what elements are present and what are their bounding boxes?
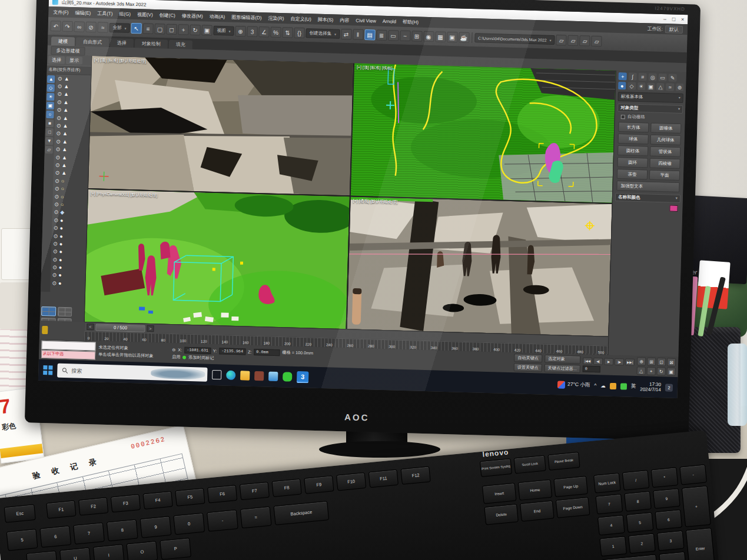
snap-3d-icon[interactable]: 3 (247, 26, 257, 36)
schematic-view-icon[interactable]: ⊞ (411, 31, 422, 41)
unlink-selection-icon[interactable]: ⊘ (85, 22, 96, 32)
taskbar-clock[interactable]: 17:30 2024/7/14 (640, 381, 661, 392)
object-type-rollout[interactable]: 对象类型▾ (617, 104, 683, 114)
menu-item[interactable]: 修改器(M) (182, 12, 203, 19)
ime-indicator[interactable]: 英 (631, 383, 636, 390)
create-tab-icon[interactable]: + (619, 72, 627, 80)
menu-item[interactable]: 文件(F) (53, 9, 69, 16)
eye-icon[interactable]: ⊙ (55, 186, 59, 192)
eye-icon[interactable]: ⊙ (57, 91, 62, 97)
rect-region-icon[interactable]: ▢ (154, 24, 165, 34)
viewport-top-left[interactable]: [+] [顶] [标准] [默认明暗处理] (88, 56, 353, 195)
cameras-category-icon[interactable]: ▣ (647, 82, 655, 90)
hierarchy-tab-icon[interactable]: ≡ (638, 73, 646, 81)
redo-icon[interactable]: ↷ (62, 21, 72, 32)
material-editor-icon[interactable]: ◉ (423, 31, 434, 42)
autogrid-checkbox[interactable]: 自动栅格 (621, 114, 679, 121)
select-filter-icon[interactable]: ■ (46, 119, 54, 127)
adaptive-degradation-label[interactable]: 启用 (172, 354, 181, 360)
scale-icon[interactable]: ▣ (201, 25, 212, 35)
eye-icon[interactable]: ⊙ (57, 107, 62, 113)
eye-icon[interactable]: ⊙ (55, 162, 60, 168)
helpers-category-icon[interactable]: △ (656, 83, 665, 91)
space-warps-category-icon[interactable]: ≈ (666, 83, 674, 91)
set-key-button[interactable]: 设置关键点 (514, 363, 542, 372)
key-filters-button[interactable]: 关键点过滤器... (544, 364, 580, 374)
search-box[interactable]: 搜索 (57, 364, 208, 382)
menu-item[interactable]: 创建(C) (159, 12, 175, 19)
ribbon-toggle-icon[interactable]: ▭ (388, 30, 399, 41)
primitive-button[interactable]: 长方体 (618, 122, 649, 132)
viewport-bottom-left[interactable]: [+] [PhysCamera001] [默认明暗处理] (85, 189, 350, 329)
ribbon-tab[interactable]: 自由形式 (76, 37, 109, 47)
menu-item[interactable]: 工具(T) (97, 10, 113, 17)
explorer-tab[interactable]: 选择 (48, 56, 65, 64)
shapes-category-icon[interactable]: ◇ (628, 82, 636, 89)
viewport-layout-preset[interactable] (41, 306, 56, 316)
bind-to-space-warp-icon[interactable]: ≈ (97, 22, 108, 32)
eye-icon[interactable]: ⊙ (55, 170, 60, 176)
curve-editor-icon[interactable]: ~ (400, 31, 410, 41)
lights-category-icon[interactable]: ☀ (638, 82, 646, 90)
rotate-icon[interactable]: ↻ (190, 25, 200, 35)
folder-icon[interactable]: ▱ (45, 146, 53, 154)
display-lights-filter-icon[interactable]: ☀ (47, 93, 54, 101)
workspace-selector[interactable]: 工作区: 默认 (648, 25, 683, 34)
display-cameras-filter-icon[interactable]: ▣ (47, 102, 54, 109)
viewport-top-left-scene[interactable] (88, 56, 353, 195)
eye-icon[interactable]: ⊙ (52, 280, 57, 286)
explorer-list[interactable]: ⊙ ▲ ⊙ ▲ ⊙ ▲ ⊙ ▲ ⊙ ▲ (50, 74, 91, 293)
go-to-start-button[interactable]: |◀◀ (583, 357, 592, 364)
workspace-value[interactable]: 默认 (665, 25, 683, 34)
find-icon[interactable]: □ (45, 128, 53, 136)
named-selection-sets-dropdown[interactable]: 创建选择集▾ (306, 28, 340, 39)
fov-icon[interactable]: △ (637, 366, 646, 375)
geometry-category-icon[interactable]: ● (618, 82, 626, 89)
eye-icon[interactable]: ⊙ (56, 131, 61, 136)
primitive-category-dropdown[interactable]: 标准基本体▾ (618, 92, 683, 103)
percent-snap-icon[interactable]: % (270, 27, 281, 38)
orbit-icon[interactable]: ↻ (657, 367, 666, 375)
wechat-icon[interactable] (283, 372, 292, 381)
eye-icon[interactable]: ⊙ (56, 138, 61, 144)
eye-icon[interactable]: ⊙ (53, 249, 58, 255)
tray-app-orange-icon[interactable] (610, 382, 616, 389)
ribbon-tab[interactable]: 填充 (169, 40, 192, 49)
eye-icon[interactable]: ⊙ (55, 178, 59, 184)
ribbon-tab[interactable]: 建模 (51, 36, 75, 46)
eye-icon[interactable]: ⊙ (54, 201, 59, 207)
selection-filter-dropdown[interactable]: 全部▾ (109, 23, 130, 33)
viewport-label[interactable]: [+] [透视] [默认明暗处理] (353, 198, 397, 205)
render-icon[interactable]: ☕ (459, 32, 469, 42)
explorer-tab[interactable]: 显示 (66, 56, 82, 65)
x-coordinate-field[interactable]: -1081.631 (184, 346, 211, 354)
menu-item[interactable]: Civil View (356, 18, 376, 24)
systems-category-icon[interactable]: ⊚ (676, 84, 684, 91)
viewport-layout-preset[interactable] (57, 307, 72, 317)
viewport-bottom-right[interactable]: [+] [透视] [默认明暗处理] (347, 196, 612, 336)
primitive-button[interactable]: 圆环 (617, 157, 648, 168)
viewport-bottom-right-scene[interactable] (347, 196, 612, 336)
project-folder-save-icon[interactable]: ▱ (567, 35, 578, 46)
filter-icon[interactable]: ▼ (45, 137, 53, 145)
scene-object-row[interactable]: ⊙ ● (50, 279, 85, 288)
align-icon[interactable]: ‖ (353, 29, 363, 39)
name-color-rollout[interactable]: 名称和颜色▾ (615, 193, 680, 203)
project-folder-icon[interactable]: ▱ (556, 35, 566, 45)
next-frame-button[interactable]: |▶ (615, 358, 624, 365)
eye-icon[interactable]: ⊙ (58, 84, 62, 89)
play-button[interactable]: ▶ (604, 358, 613, 365)
undo-icon[interactable]: ↶ (50, 21, 61, 31)
maximize-button[interactable]: □ (672, 16, 676, 22)
display-tab-icon[interactable]: ▭ (658, 74, 666, 81)
eye-icon[interactable]: ⊙ (57, 115, 61, 121)
modify-tab-icon[interactable]: ∫ (628, 73, 636, 81)
menu-item[interactable]: 动画(A) (210, 13, 225, 20)
select-by-name-icon[interactable]: ≡ (142, 23, 153, 34)
angle-snap-icon[interactable]: ∠ (258, 26, 269, 37)
select-object-icon[interactable]: ↖ (131, 23, 141, 34)
hidden-icons-chevron[interactable]: ^ (594, 382, 596, 388)
primitive-button[interactable]: 四棱锥 (649, 158, 680, 169)
eye-icon[interactable]: ⊙ (57, 99, 62, 105)
project-folder-open-icon[interactable]: ▱ (591, 36, 602, 46)
